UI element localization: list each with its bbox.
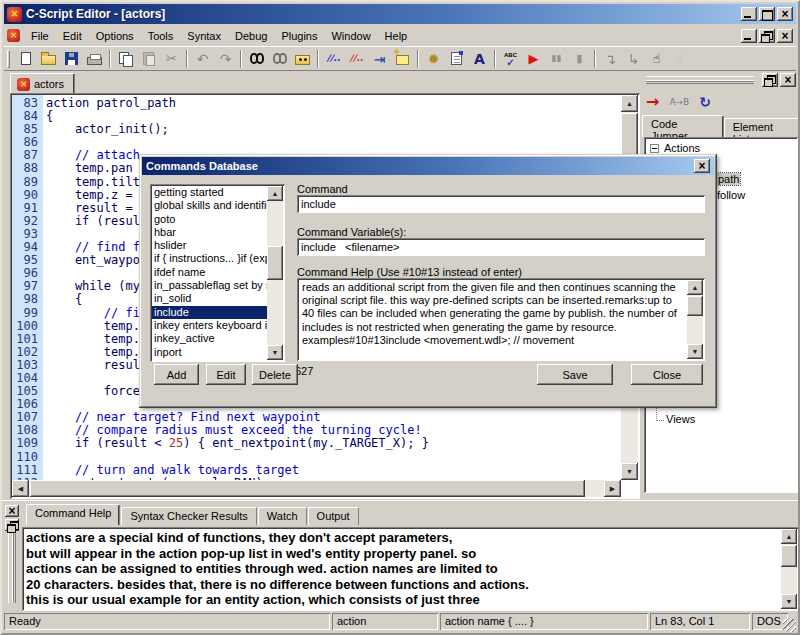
list-item[interactable]: hslider — [152, 239, 267, 252]
tab-watch[interactable]: Watch — [258, 507, 307, 525]
refresh-icon[interactable]: ↻ — [699, 95, 711, 109]
list-item[interactable]: in_passableflag set by so — [152, 279, 267, 292]
tab-actors[interactable]: ✕ actors — [10, 73, 75, 94]
menu-help[interactable]: Help — [378, 27, 415, 45]
list-item[interactable]: goto — [152, 213, 267, 226]
panel-grip[interactable] — [646, 76, 754, 84]
indent-button[interactable]: ⇥ — [368, 48, 391, 69]
toolbar-grip[interactable] — [7, 50, 10, 68]
copy-button[interactable] — [114, 48, 137, 69]
maximize-button[interactable] — [759, 7, 775, 21]
mdi-restore-button[interactable] — [759, 29, 775, 43]
run-button[interactable]: ▶ — [522, 48, 545, 69]
mdi-close-button[interactable] — [777, 29, 793, 43]
list-item[interactable]: inkey_active — [152, 332, 267, 345]
menu-plugins[interactable]: Plugins — [274, 27, 324, 45]
scroll-up-icon[interactable]: ▲ — [781, 529, 797, 544]
command-variables-input[interactable] — [297, 238, 705, 256]
tab-element-list[interactable]: Element List — [724, 118, 800, 137]
scrollbar-thumb[interactable] — [781, 545, 797, 567]
close-button[interactable] — [777, 7, 793, 21]
tree-node-actions[interactable]: Actions — [650, 142, 700, 154]
panel-grip[interactable] — [8, 533, 16, 603]
help-vertical-scrollbar[interactable]: ▲ ▼ — [781, 529, 797, 609]
jump-to-code-icon[interactable]: → — [646, 94, 659, 110]
command-help-text[interactable]: actions are a special kind of functions,… — [22, 527, 799, 611]
menu-window[interactable]: Window — [324, 27, 377, 45]
comment-button[interactable]: //.. — [322, 48, 345, 69]
help-vertical-scrollbar[interactable]: ▲ ▼ — [687, 280, 703, 359]
panel-close-button[interactable] — [5, 505, 19, 517]
scrollbar-thumb[interactable] — [687, 296, 703, 316]
scroll-down-icon[interactable]: ▼ — [687, 344, 703, 359]
scroll-up-icon[interactable]: ▲ — [267, 186, 283, 201]
collapse-icon[interactable] — [650, 144, 659, 153]
minimize-button[interactable] — [741, 7, 757, 21]
list-item[interactable]: inkey enters keyboard inp — [152, 319, 267, 332]
find-in-files-button[interactable] — [291, 48, 314, 69]
scroll-down-icon[interactable]: ▼ — [781, 594, 797, 609]
scrollbar-thumb[interactable] — [30, 480, 585, 497]
dialog-close-icon[interactable] — [694, 159, 710, 173]
tab-code-jumper[interactable]: Code Jumper — [642, 115, 724, 137]
tree-node-views[interactable]: Views — [666, 413, 695, 425]
list-item[interactable]: global skills and identifiers — [152, 199, 267, 212]
compile-button[interactable]: ✹ — [422, 48, 445, 69]
resize-grip[interactable] — [783, 619, 796, 632]
scroll-right-icon[interactable]: ▶ — [604, 480, 621, 497]
new-file-button[interactable] — [14, 48, 37, 69]
snippet-button[interactable] — [391, 48, 414, 69]
delete-button[interactable]: Delete — [252, 364, 298, 385]
syntax-check-button[interactable] — [499, 48, 522, 69]
list-item[interactable]: getting started — [152, 186, 267, 199]
snippet-icon — [396, 55, 409, 65]
dialog-close-button[interactable]: Close — [631, 364, 703, 385]
jump-a-to-b-icon[interactable]: A⇢B — [669, 98, 689, 107]
properties-button[interactable] — [445, 48, 468, 69]
list-item[interactable]: in_solid — [152, 292, 267, 305]
tab-syntax-checker-results[interactable]: Syntax Checker Results — [121, 507, 256, 525]
uncomment-button[interactable]: //.. — [345, 48, 368, 69]
list-item[interactable]: hbar — [152, 226, 267, 239]
menu-debug[interactable]: Debug — [228, 27, 274, 45]
print-button[interactable] — [83, 48, 106, 69]
tab-output[interactable]: Output — [308, 507, 359, 525]
menu-tools[interactable]: Tools — [141, 27, 181, 45]
scroll-left-icon[interactable]: ◀ — [12, 480, 29, 497]
panel-restore-button[interactable] — [5, 519, 19, 531]
font-button[interactable]: A — [468, 48, 491, 69]
panel-restore-button[interactable] — [762, 73, 778, 87]
command-help-input[interactable]: reads an additional script from the give… — [297, 278, 705, 361]
commands-list[interactable]: getting startedglobal skills and identif… — [150, 184, 285, 362]
add-button[interactable]: Add — [154, 364, 199, 385]
menu-syntax[interactable]: Syntax — [180, 27, 228, 45]
list-item[interactable]: include — [152, 306, 267, 319]
save-button[interactable] — [60, 48, 83, 69]
find-button[interactable] — [245, 48, 268, 69]
scrollbar-thumb[interactable] — [267, 246, 283, 280]
open-file-button[interactable] — [37, 48, 60, 69]
menu-file[interactable]: File — [24, 27, 56, 45]
menu-options[interactable]: Options — [89, 27, 141, 45]
list-vertical-scrollbar[interactable]: ▲ ▼ — [267, 186, 283, 360]
menu-edit[interactable]: Edit — [56, 27, 89, 45]
scroll-down-icon[interactable]: ▼ — [621, 463, 638, 480]
scroll-down-icon[interactable]: ▼ — [267, 345, 283, 360]
scroll-up-icon[interactable]: ▲ — [621, 95, 638, 112]
tree-node-fragment[interactable]: path — [717, 173, 740, 185]
panel-close-button[interactable] — [780, 73, 796, 87]
find-in-files-icon — [295, 55, 310, 65]
list-item[interactable]: if { instructions... }if (exp — [152, 252, 267, 265]
mdi-minimize-button[interactable] — [741, 29, 757, 43]
edit-button[interactable]: Edit — [206, 364, 246, 385]
command-input[interactable] — [297, 195, 705, 213]
list-item[interactable]: inport — [152, 346, 267, 359]
tree-node-fragment[interactable]: follow — [717, 189, 745, 201]
pause-script-button[interactable]: ☝ — [645, 48, 668, 69]
list-item[interactable]: ifdef name — [152, 266, 267, 279]
editor-horizontal-scrollbar[interactable]: ◀ ▶ — [12, 480, 621, 497]
save-button[interactable]: Save — [537, 364, 613, 385]
scroll-up-icon[interactable]: ▲ — [687, 280, 703, 295]
dialog-title-bar: Commands Database — [142, 157, 714, 175]
tab-command-help[interactable]: Command Help — [26, 504, 120, 525]
